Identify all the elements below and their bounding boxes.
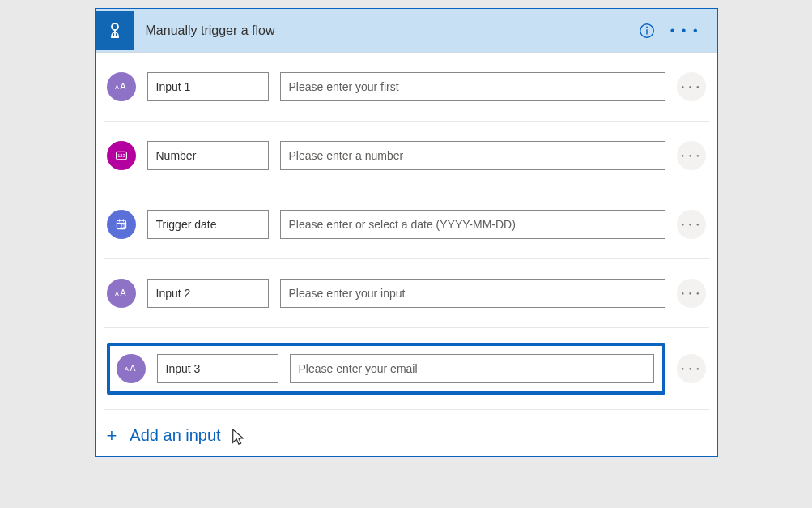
input-row: 123 ● ● ● [104,122,709,190]
card-header: Manually trigger a flow • • • [96,9,717,53]
selection-highlight: AA [107,343,665,395]
text-type-icon: AA [117,354,146,383]
row-more-button[interactable]: ● ● ● [677,141,706,170]
card-title: Manually trigger a flow [146,23,631,38]
row-more-button[interactable]: ● ● ● [677,354,706,383]
svg-point-0 [112,23,118,30]
input-row: AA ● ● ● [104,53,709,122]
input-row-highlighted: AA ● ● ● [104,328,709,410]
input-value-field[interactable] [280,72,665,101]
svg-text:A: A [125,365,129,373]
row-more-button[interactable]: ● ● ● [677,72,706,101]
number-type-icon: 123 [107,141,136,170]
add-input-button[interactable]: + Add an input [96,410,717,456]
input-name-field[interactable] [147,141,269,170]
add-input-label: Add an input [130,426,220,445]
info-icon[interactable] [631,19,662,43]
svg-text:A: A [130,364,135,373]
input-value-field[interactable] [290,354,654,383]
manual-trigger-icon [96,11,134,50]
text-type-icon: AA [107,72,136,101]
flow-trigger-card: Manually trigger a flow • • • AA ● ● ● [95,8,718,457]
input-value-field[interactable] [280,279,665,308]
input-name-field[interactable] [157,354,278,383]
svg-text:A: A [120,288,125,297]
svg-text:21: 21 [120,224,125,228]
card-more-button[interactable]: • • • [662,20,708,41]
date-type-icon: 21 [107,210,136,239]
inputs-body: AA ● ● ● 123 ● ● ● 21 ● ● ● [96,53,717,456]
input-row: 21 ● ● ● [104,190,709,259]
svg-point-3 [646,26,648,28]
input-name-field[interactable] [147,279,269,308]
svg-text:123: 123 [117,153,125,158]
row-more-button[interactable]: ● ● ● [677,279,706,308]
input-name-field[interactable] [147,210,269,239]
svg-text:A: A [120,82,125,91]
svg-text:A: A [115,83,119,91]
input-name-field[interactable] [147,72,269,101]
input-value-field[interactable] [280,210,665,239]
text-type-icon: AA [107,279,136,308]
plus-icon: + [107,427,117,445]
svg-text:A: A [115,290,119,297]
row-more-button[interactable]: ● ● ● [677,210,706,239]
input-value-field[interactable] [280,141,665,170]
cursor-icon [231,428,247,444]
input-row: AA ● ● ● [104,259,709,328]
